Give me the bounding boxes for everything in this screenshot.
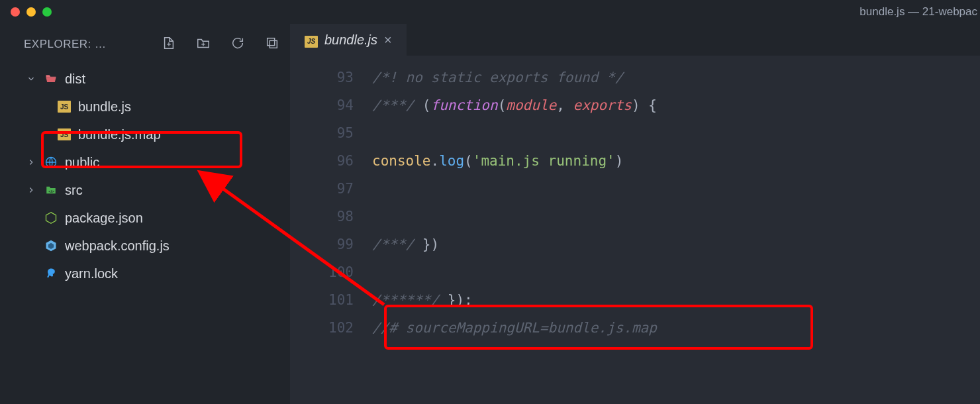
code-folder-icon: </> [44,184,58,196]
window-title: bundle.js — 21-webpac [859,5,980,19]
line-number: 94 [290,91,372,119]
tree-label: webpack.config.js [65,238,170,254]
line-number: 93 [290,64,372,91]
svg-marker-4 [46,213,56,224]
new-folder-icon[interactable] [196,36,211,53]
js-file-icon: JS [305,32,318,48]
editor-area: JS bundle.js × 93 /*! no static exports … [290,24,980,404]
tree-folder-src[interactable]: </> src [0,176,290,204]
code-line: //# sourceMappingURL=bundle.js.map [372,314,657,342]
editor-tabs: JS bundle.js × [290,24,980,56]
yarn-icon [44,267,58,280]
refresh-icon[interactable] [230,36,245,53]
line-number: 102 [290,314,372,342]
code-line: console.log('main.js running') [372,147,623,175]
code-line: /******/ }); [372,286,473,314]
line-number: 98 [290,203,372,230]
tree-file-webpack-config[interactable]: webpack.config.js [0,232,290,260]
explorer-title: EXPLORER: … [24,38,107,51]
chevron-down-icon [26,72,37,87]
minimize-window-button[interactable] [26,7,36,17]
node-icon [44,211,58,225]
tree-label: bundle.js.map [78,127,161,142]
maximize-window-button[interactable] [42,7,52,17]
line-number: 101 [290,286,372,314]
tree-label: package.json [65,211,143,226]
svg-rect-0 [268,38,275,46]
tree-label: dist [65,72,85,87]
tab-label: bundle.js [324,32,377,48]
tree-label: public [65,155,99,170]
tree-label: bundle.js [78,99,131,115]
tree-label: src [65,183,83,198]
line-number: 100 [290,258,372,286]
svg-text:</>: </> [48,189,54,193]
new-file-icon[interactable] [162,36,176,53]
tree-folder-dist[interactable]: dist [0,65,290,93]
code-editor[interactable]: 93 /*! no static exports found */ 94 /**… [290,56,980,404]
tab-bundle-js[interactable]: JS bundle.js × [290,24,407,56]
close-tab-icon[interactable]: × [384,32,392,48]
line-number: 97 [290,175,372,203]
js-file-icon: JS [57,101,72,113]
line-number: 95 [290,119,372,147]
tree-file-bundle-js-map[interactable]: JS bundle.js.map [0,121,290,148]
titlebar: bundle.js — 21-webpac [0,0,980,24]
globe-icon [44,156,58,169]
tree-label: yarn.lock [65,266,118,281]
explorer-sidebar: EXPLORER: … [0,24,290,404]
tree-file-package-json[interactable]: package.json [0,204,290,232]
chevron-right-icon [26,155,37,170]
code-line: /*! no static exports found */ [372,64,623,91]
close-window-button[interactable] [11,7,20,17]
collapse-all-icon[interactable] [265,36,279,53]
js-file-icon: JS [57,128,72,140]
window-controls [11,7,52,17]
webpack-icon [44,239,58,252]
tree-folder-public[interactable]: public [0,148,290,176]
line-number: 96 [290,147,372,175]
svg-rect-1 [270,40,277,48]
code-line: /***/ }) [372,230,439,258]
tree-file-bundle-js[interactable]: JS bundle.js [0,93,290,121]
line-number: 99 [290,230,372,258]
folder-open-icon [44,72,58,85]
tree-file-yarn-lock[interactable]: yarn.lock [0,260,290,287]
code-line: /***/ (function(module, exports) { [372,91,657,119]
file-tree: dist JS bundle.js JS bundle.js.map publi… [0,65,290,287]
chevron-right-icon [26,183,37,198]
